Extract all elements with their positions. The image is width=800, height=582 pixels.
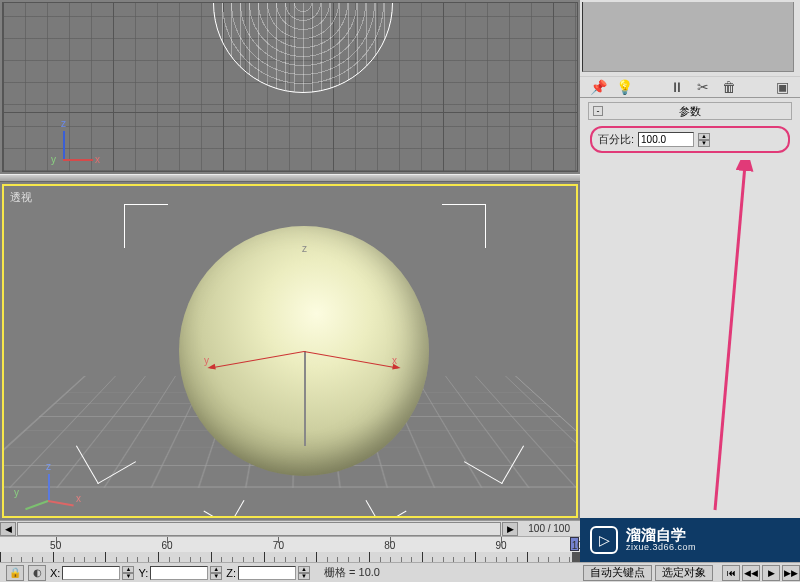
ruler-label: 70 bbox=[273, 540, 284, 551]
fine-tick bbox=[264, 552, 265, 562]
fine-tick bbox=[158, 552, 159, 562]
percent-input[interactable] bbox=[638, 132, 694, 147]
timeline-scrollbar[interactable]: ◀ ▶ 100 / 100 bbox=[0, 520, 580, 536]
panel-icon-row: 📌 💡 ⏸ ✂ 🗑 ▣ bbox=[580, 76, 800, 98]
fine-tick bbox=[496, 557, 497, 562]
timeline-ruler[interactable]: 5060708090100 bbox=[0, 536, 580, 552]
fine-tick bbox=[21, 557, 22, 562]
keyframe-toggle-icon[interactable]: ◐ bbox=[28, 565, 46, 581]
preview-panel bbox=[582, 2, 794, 72]
fine-tick bbox=[221, 557, 222, 562]
annotation-arrow-icon bbox=[620, 160, 780, 530]
parameters-panel: - 参数 百分比: ▲▼ bbox=[588, 102, 792, 159]
fine-tick bbox=[116, 557, 117, 562]
fine-tick bbox=[169, 557, 170, 562]
fine-tick bbox=[190, 557, 191, 562]
prev-frame-icon[interactable]: ◀◀ bbox=[742, 565, 760, 581]
gizmo-y-label: y bbox=[204, 355, 209, 366]
frame-counter: 100 / 100 bbox=[518, 523, 580, 534]
light-icon[interactable]: 💡 bbox=[614, 79, 634, 95]
viewport-top[interactable]: z x y bbox=[2, 2, 578, 172]
next-frame-icon[interactable]: ▶▶ bbox=[782, 565, 800, 581]
fine-tick bbox=[390, 557, 391, 562]
fine-tick bbox=[464, 557, 465, 562]
play-icon[interactable]: ▶ bbox=[762, 565, 780, 581]
lock-selection-icon[interactable]: 🔒 bbox=[6, 565, 24, 581]
fine-tick bbox=[211, 552, 212, 562]
ruler-label: 50 bbox=[50, 540, 61, 551]
bottom-right-status: 自动关键点 选定对象 ⏮ ◀◀ ▶ ▶▶ bbox=[580, 562, 800, 582]
coord-x-spinner[interactable]: ▲▼ bbox=[122, 566, 134, 580]
selection-mode-button[interactable]: 选定对象 bbox=[655, 565, 713, 581]
trash-icon[interactable]: 🗑 bbox=[719, 79, 739, 95]
rollout-collapse-icon[interactable]: - bbox=[593, 106, 603, 116]
ruler-label: 60 bbox=[161, 540, 172, 551]
viewport-divider[interactable] bbox=[0, 174, 580, 182]
fine-tick bbox=[42, 557, 43, 562]
grid-size-label: 栅格 = 10.0 bbox=[314, 565, 380, 580]
scroll-track[interactable] bbox=[17, 522, 501, 536]
fine-tick bbox=[232, 557, 233, 562]
axis-z-label: z bbox=[61, 118, 66, 129]
status-bar: 🔒 ◐ X: ▲▼ Y: ▲▼ Z: ▲▼ 栅格 = 10.0 bbox=[0, 562, 580, 582]
coord-z-input[interactable] bbox=[238, 566, 296, 580]
fine-tick bbox=[179, 557, 180, 562]
pin-icon[interactable]: 📌 bbox=[588, 79, 608, 95]
axis-y-label: y bbox=[51, 154, 56, 165]
fine-tick bbox=[53, 552, 54, 562]
transform-gizmo[interactable]: z x y bbox=[304, 351, 305, 352]
gizmo-x-label: x bbox=[392, 355, 397, 366]
fine-tick bbox=[337, 557, 338, 562]
fine-tick bbox=[401, 557, 402, 562]
fine-tick bbox=[11, 557, 12, 562]
fine-tick bbox=[475, 552, 476, 562]
viewport-perspective[interactable]: 透视 z x y z x y bbox=[2, 184, 578, 518]
fine-tick bbox=[359, 557, 360, 562]
watermark-logo-icon: ▷ bbox=[590, 526, 618, 554]
fine-tick bbox=[432, 557, 433, 562]
scroll-right-button[interactable]: ▶ bbox=[502, 522, 518, 536]
fine-tick bbox=[0, 552, 1, 562]
fine-tick bbox=[548, 557, 549, 562]
coord-y-input[interactable] bbox=[150, 566, 208, 580]
rollout-header[interactable]: - 参数 bbox=[588, 102, 792, 120]
percent-row-highlight: 百分比: ▲▼ bbox=[590, 126, 790, 153]
fine-tick bbox=[63, 557, 64, 562]
svg-line-0 bbox=[715, 165, 745, 510]
ruler-label: 80 bbox=[384, 540, 395, 551]
fine-tick bbox=[95, 557, 96, 562]
fine-tick bbox=[105, 552, 106, 562]
fine-tick bbox=[422, 552, 423, 562]
selection-bracket bbox=[442, 204, 486, 248]
fine-tick bbox=[527, 552, 528, 562]
percent-spinner[interactable]: ▲▼ bbox=[698, 133, 710, 147]
fine-tick bbox=[517, 557, 518, 562]
goto-start-icon[interactable]: ⏮ bbox=[722, 565, 740, 581]
fine-tick bbox=[538, 557, 539, 562]
fine-tick bbox=[148, 557, 149, 562]
coord-x-input[interactable] bbox=[62, 566, 120, 580]
timeline-end-icon bbox=[572, 552, 580, 562]
scissors-icon[interactable]: ✂ bbox=[693, 79, 713, 95]
fine-tick bbox=[274, 557, 275, 562]
watermark-url: zixue.3d66.com bbox=[626, 543, 696, 553]
pause-icon[interactable]: ⏸ bbox=[667, 79, 687, 95]
fine-tick bbox=[369, 552, 370, 562]
coord-y-field: Y: ▲▼ bbox=[138, 566, 222, 580]
coord-y-spinner[interactable]: ▲▼ bbox=[210, 566, 222, 580]
auto-key-button[interactable]: 自动关键点 bbox=[583, 565, 652, 581]
fine-tick bbox=[32, 557, 33, 562]
scroll-left-button[interactable]: ◀ bbox=[0, 522, 16, 536]
gizmo-z-label: z bbox=[302, 243, 307, 254]
axis-z-label: z bbox=[46, 461, 51, 472]
config-icon[interactable]: ▣ bbox=[772, 79, 792, 95]
timeline-ticks[interactable] bbox=[0, 552, 580, 562]
fine-tick bbox=[327, 557, 328, 562]
fine-tick bbox=[485, 557, 486, 562]
selection-bracket bbox=[366, 486, 407, 518]
coord-z-spinner[interactable]: ▲▼ bbox=[298, 566, 310, 580]
coord-z-field: Z: ▲▼ bbox=[226, 566, 310, 580]
coord-z-label: Z: bbox=[226, 567, 236, 579]
axis-x-label: x bbox=[76, 493, 81, 504]
percent-label: 百分比: bbox=[598, 132, 634, 147]
